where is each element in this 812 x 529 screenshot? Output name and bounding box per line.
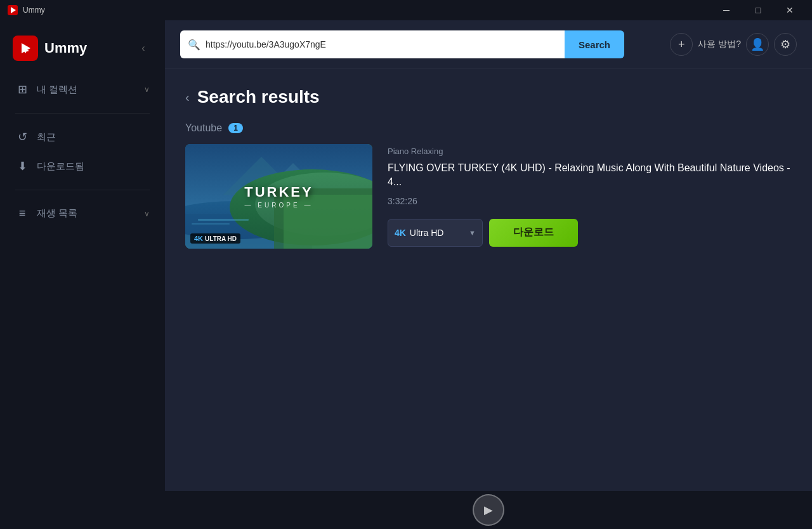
sidebar-nav: ⊞ 내 컬렉션 ∨ ↺ 최근 ⬇ 다운로드됨 ≡ 재생 목록 ∨ — [0, 76, 165, 226]
playlist-icon: ≡ — [15, 207, 29, 220]
collection-icon: ⊞ — [15, 82, 29, 96]
page-header: ‹ Search results — [185, 87, 792, 107]
logo-text: Ummy — [44, 40, 87, 56]
download-icon: ⬇ — [15, 159, 29, 173]
svg-rect-4 — [22, 50, 29, 51]
playlist-arrow-icon: ∨ — [144, 209, 150, 218]
result-actions: 4K Ultra HD ▼ 다운로드 — [388, 219, 792, 247]
app-icon — [8, 5, 18, 15]
badge-text: ULTRA HD — [205, 235, 237, 242]
result-channel: Piano Relaxing — [388, 147, 792, 156]
dropdown-arrow-icon: ▼ — [469, 229, 476, 237]
svg-marker-5 — [24, 51, 27, 53]
source-label: Youtube 1 — [185, 122, 792, 134]
quality-4k-label: 4K — [395, 228, 406, 238]
logo-icon — [13, 36, 38, 61]
recent-icon: ↺ — [15, 130, 29, 144]
logo-svg — [18, 41, 32, 55]
source-count: 1 — [228, 123, 243, 133]
sidebar-item-label-playlist: 재생 목록 — [37, 207, 77, 219]
sidebar-item-collection[interactable]: ⊞ 내 컬렉션 ∨ — [5, 76, 160, 103]
sidebar-logo: Ummy ‹ — [0, 30, 165, 76]
result-card: TURKEY — EUROPE — 4K ULTRA HD Piano Rela… — [185, 144, 792, 249]
gear-icon: ⚙ — [780, 37, 790, 51]
result-info: Piano Relaxing FLYING OVER TURKEY (4K UH… — [388, 144, 792, 249]
quality-select[interactable]: 4K Ultra HD ▼ — [388, 219, 483, 247]
close-button[interactable]: ✕ — [775, 0, 804, 20]
help-link[interactable]: 사용 방법? — [698, 39, 741, 50]
thumbnail-image: TURKEY — EUROPE — 4K ULTRA HD — [185, 144, 372, 249]
quality-suffix: Ultra HD — [410, 228, 444, 238]
page-title: Search results — [197, 87, 320, 107]
svg-point-2 — [19, 42, 32, 55]
badge-4k: 4K — [194, 235, 203, 242]
svg-marker-3 — [23, 45, 29, 51]
plus-icon: + — [678, 38, 685, 51]
sidebar-item-downloads[interactable]: ⬇ 다운로드됨 — [5, 153, 160, 180]
thumbnail-badge: 4K ULTRA HD — [190, 233, 240, 244]
sidebar-item-label-recent: 최근 — [37, 131, 56, 143]
app-title: Ummy — [23, 6, 45, 15]
add-button[interactable]: + — [670, 33, 693, 56]
account-icon: 👤 — [750, 37, 764, 51]
search-icon: 🔍 — [188, 39, 200, 51]
back-button[interactable]: ‹ — [185, 90, 190, 105]
video-thumbnail: TURKEY — EUROPE — 4K ULTRA HD — [185, 144, 372, 249]
back-icon: ‹ — [185, 90, 190, 105]
app-container: Ummy ‹ ⊞ 내 컬렉션 ∨ ↺ 최근 ⬇ 다운로드됨 ≡ 재생 — [0, 20, 812, 529]
quality-label: 4K Ultra HD — [395, 228, 465, 238]
nav-divider-2 — [15, 190, 150, 190]
sidebar-item-playlist[interactable]: ≡ 재생 목록 ∨ — [5, 200, 160, 226]
nav-divider-1 — [15, 113, 150, 114]
search-wrapper: 🔍 Search — [180, 30, 624, 58]
titlebar: Ummy ─ □ ✕ — [0, 0, 812, 20]
source-name: Youtube — [185, 122, 222, 134]
download-button[interactable]: 다운로드 — [489, 219, 578, 247]
topbar-actions: + 사용 방법? 👤 ⚙ — [670, 33, 797, 56]
result-duration: 3:32:26 — [388, 196, 792, 206]
sidebar: Ummy ‹ ⊞ 내 컬렉션 ∨ ↺ 최근 ⬇ 다운로드됨 ≡ 재생 — [0, 20, 165, 529]
main-content: 🔍 Search + 사용 방법? 👤 ⚙ — [165, 20, 812, 529]
settings-button[interactable]: ⚙ — [774, 33, 797, 56]
titlebar-left: Ummy — [8, 5, 45, 15]
collection-arrow-icon: ∨ — [144, 85, 150, 94]
minimize-button[interactable]: ─ — [712, 0, 741, 20]
sidebar-item-label-collection: 내 컬렉션 — [37, 84, 77, 96]
thumbnail-title: TURKEY — [244, 184, 313, 200]
search-input[interactable] — [206, 39, 557, 49]
play-button[interactable]: ▶ — [473, 494, 504, 526]
sidebar-item-recent[interactable]: ↺ 최근 — [5, 124, 160, 150]
bottom-player: ▶ — [165, 491, 812, 529]
play-icon: ▶ — [484, 503, 493, 517]
search-bar: 🔍 — [180, 30, 565, 58]
account-button[interactable]: 👤 — [746, 33, 769, 56]
result-title: FLYING OVER TURKEY (4K UHD) - Relaxing M… — [388, 161, 792, 190]
sidebar-logo-wrapper: Ummy ‹ — [0, 30, 165, 76]
search-button[interactable]: Search — [565, 30, 624, 58]
maximize-button[interactable]: □ — [743, 0, 773, 20]
content-area: ‹ Search results Youtube 1 — [165, 69, 812, 529]
topbar: 🔍 Search + 사용 방법? 👤 ⚙ — [165, 20, 812, 69]
thumbnail-subtitle: — EUROPE — — [245, 202, 313, 209]
sidebar-toggle-button[interactable]: ‹ — [134, 39, 152, 57]
titlebar-controls: ─ □ ✕ — [712, 0, 804, 20]
sidebar-item-label-downloads: 다운로드됨 — [37, 160, 84, 173]
